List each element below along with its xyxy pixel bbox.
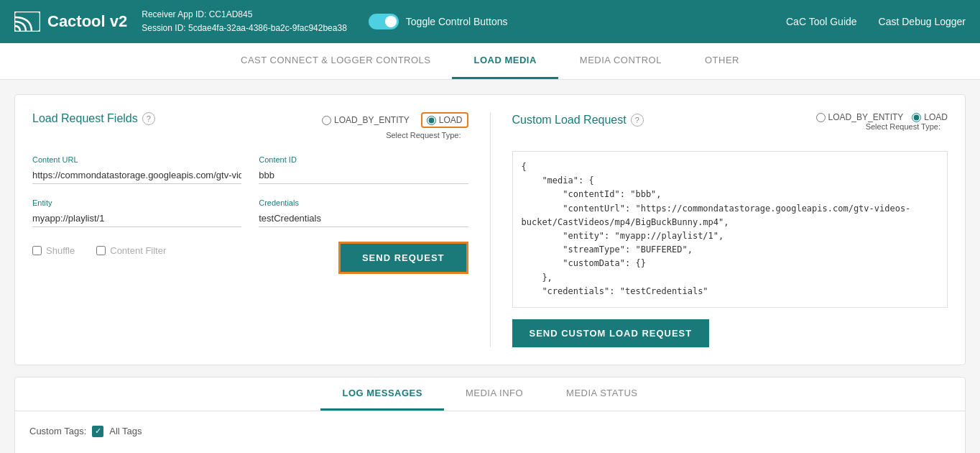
session-info: Receiver App ID: CC1AD845 Session ID: 5c…	[142, 8, 347, 35]
logo-text: Cactool v2	[47, 12, 127, 31]
cast-icon	[14, 12, 40, 32]
load-request-panel: Load Request Fields ? LOAD_BY_ENTITY LOA…	[32, 112, 491, 347]
toggle-label: Toggle Control Buttons	[406, 16, 508, 27]
shuffle-label: Shuffle	[46, 245, 75, 256]
load-request-radio-group: LOAD_BY_ENTITY LOAD	[322, 112, 468, 128]
logo: Cactool v2	[14, 12, 127, 32]
content-filter-checkbox[interactable]	[96, 246, 106, 255]
custom-radio-load-by-entity[interactable]	[816, 113, 826, 122]
custom-radio-load-by-entity-label[interactable]: LOAD_BY_ENTITY	[816, 112, 904, 122]
radio-load-by-entity[interactable]	[322, 116, 331, 125]
credentials-field: Credentials	[259, 198, 468, 227]
main-tabs: CAST CONNECT & LOGGER CONTROLS LOAD MEDI…	[0, 43, 980, 80]
entity-label: Entity	[32, 198, 241, 207]
radio-load-label[interactable]: LOAD	[421, 112, 468, 128]
header-nav: CaC Tool Guide Cast Debug Logger	[786, 16, 966, 27]
tab-other[interactable]: OTHER	[683, 43, 761, 79]
tab-cast-connect[interactable]: CAST CONNECT & LOGGER CONTROLS	[219, 43, 452, 79]
content-filter-checkbox-label[interactable]: Content Filter	[96, 245, 166, 256]
content-filter-label: Content Filter	[110, 245, 166, 256]
custom-load-title: Custom Load Request ?	[512, 114, 644, 127]
custom-load-help-icon[interactable]: ?	[631, 114, 644, 127]
custom-radio-load[interactable]	[912, 113, 921, 122]
content-url-input[interactable]	[32, 167, 241, 184]
content-url-field: Content URL	[32, 155, 241, 184]
credentials-input[interactable]	[259, 210, 468, 227]
load-request-help-icon[interactable]: ?	[142, 112, 155, 125]
bottom-section: LOG MESSAGES MEDIA INFO MEDIA STATUS Cus…	[14, 377, 966, 453]
json-editor[interactable]: { "media": { "contentId": "bbb", "conten…	[512, 151, 948, 308]
credentials-label: Credentials	[259, 198, 468, 207]
shuffle-checkbox[interactable]	[32, 246, 42, 255]
custom-tags-label: Custom Tags:	[29, 426, 86, 436]
cast-debug-logger-link[interactable]: Cast Debug Logger	[879, 16, 966, 27]
toggle-switch[interactable]	[369, 14, 399, 29]
radio-load-by-entity-label[interactable]: LOAD_BY_ENTITY	[322, 115, 410, 125]
toggle-section: Toggle Control Buttons	[369, 14, 508, 29]
load-media-card: Load Request Fields ? LOAD_BY_ENTITY LOA…	[14, 94, 966, 365]
content-url-row: Content URL Content ID	[32, 155, 468, 184]
all-tags-label: All Tags	[109, 426, 142, 436]
all-tags-checkbox[interactable]	[92, 426, 103, 437]
content-id-input[interactable]	[259, 167, 468, 184]
custom-load-header: Custom Load Request ? LOAD_BY_ENTITY LOA…	[512, 112, 948, 142]
entity-field: Entity	[32, 198, 241, 227]
tab-media-status[interactable]: MEDIA STATUS	[545, 378, 659, 411]
session-id: Session ID: 5cdae4fa-32aa-4386-ba2c-9fac…	[142, 22, 347, 35]
bottom-content: Custom Tags: All Tags	[15, 411, 965, 453]
bottom-tabs: LOG MESSAGES MEDIA INFO MEDIA STATUS	[15, 378, 965, 411]
cac-tool-guide-link[interactable]: CaC Tool Guide	[786, 16, 857, 27]
entity-input[interactable]	[32, 210, 241, 227]
radio-load[interactable]	[427, 116, 436, 125]
shuffle-checkbox-label[interactable]: Shuffle	[32, 245, 75, 256]
tab-load-media[interactable]: LOAD MEDIA	[452, 43, 558, 79]
receiver-app-id: Receiver App ID: CC1AD845	[142, 8, 347, 22]
tab-media-info[interactable]: MEDIA INFO	[444, 378, 545, 411]
main-content: Load Request Fields ? LOAD_BY_ENTITY LOA…	[0, 80, 980, 453]
custom-tags-row: Custom Tags: All Tags	[29, 426, 951, 437]
select-request-type-label: Select Request Type:	[322, 131, 468, 139]
custom-radio-load-label[interactable]: LOAD	[912, 112, 948, 122]
entity-credentials-row: Entity Credentials	[32, 198, 468, 227]
tab-media-control[interactable]: MEDIA CONTROL	[558, 43, 683, 79]
send-request-button[interactable]: SEND REQUEST	[338, 242, 468, 274]
custom-load-radio-group: LOAD_BY_ENTITY LOAD	[816, 112, 948, 122]
custom-select-request-type-label: Select Request Type:	[816, 122, 948, 131]
content-id-label: Content ID	[259, 155, 468, 164]
header: Cactool v2 Receiver App ID: CC1AD845 Ses…	[0, 0, 980, 43]
send-custom-load-request-button[interactable]: SEND CUSTOM LOAD REQUEST	[512, 319, 710, 347]
content-url-label: Content URL	[32, 155, 241, 164]
content-id-field: Content ID	[259, 155, 468, 184]
checkbox-row: Shuffle Content Filter	[32, 245, 166, 256]
custom-load-panel: Custom Load Request ? LOAD_BY_ENTITY LOA…	[491, 112, 948, 347]
load-request-title: Load Request Fields ?	[32, 112, 155, 125]
tab-log-messages[interactable]: LOG MESSAGES	[320, 378, 443, 411]
